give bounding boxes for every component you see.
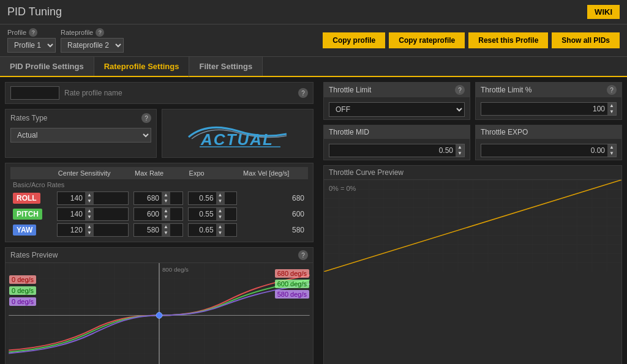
right-panel: Throttle Limit ? OFF SCALE CLIP Throttle… <box>318 77 627 364</box>
profile-info-icon[interactable]: ? <box>29 28 37 37</box>
roll-center-sensitivity-input[interactable]: ▲ ▼ <box>57 191 129 205</box>
throttle-curve-svg <box>324 180 621 272</box>
roll-center-up[interactable]: ▲ <box>85 192 94 198</box>
throttle-limit-percent-help[interactable]: ? <box>607 85 617 95</box>
svg-text:800 deg/s: 800 deg/s <box>162 266 189 273</box>
throttle-expo-down[interactable]: ▼ <box>607 150 616 157</box>
tab-rateprofile-settings[interactable]: Rateprofile Settings <box>94 57 190 77</box>
rates-preview-left-labels: 0 deg/s 0 deg/s 0 deg/s <box>9 275 36 306</box>
pitch-expo-val[interactable] <box>189 209 216 220</box>
yaw-center-input[interactable] <box>58 225 85 236</box>
pitch-expo-up[interactable]: ▲ <box>216 208 225 214</box>
rates-type-row: Rates Type ? Actual Betaflight Racefligh… <box>5 109 314 158</box>
copy-rateprofile-button[interactable]: Copy rateprofile <box>389 32 465 48</box>
roll-center-down[interactable]: ▼ <box>85 198 94 204</box>
pitch-center-sensitivity-input[interactable]: ▲ ▼ <box>57 207 129 221</box>
wiki-button[interactable]: WIKI <box>587 5 620 19</box>
throttle-limit-percent-header: Throttle Limit % ? <box>476 83 621 97</box>
yaw-center-up[interactable]: ▲ <box>85 224 94 230</box>
rateprofile-info-icon[interactable]: ? <box>96 28 104 37</box>
pitch-center-input[interactable] <box>58 209 85 220</box>
throttle-expo-input[interactable]: ▲ ▼ <box>481 144 617 157</box>
rates-preview-title: Rates Preview <box>10 251 58 259</box>
throttle-expo-up[interactable]: ▲ <box>607 144 616 150</box>
toolbar: Profile ? Profile 1 Profile 2 Profile 3 … <box>0 24 627 57</box>
throttle-curve-section: Throttle Curve Preview 0% = 0% <box>323 165 622 364</box>
pitch-center-down[interactable]: ▼ <box>85 214 94 220</box>
pitch-max-rate-input[interactable]: ▲ ▼ <box>133 207 183 221</box>
roll-left-label: 0 deg/s <box>9 275 36 284</box>
tab-filter-settings[interactable]: Filter Settings <box>189 57 263 76</box>
rates-preview-right-labels: 680 deg/s 600 deg/s 580 deg/s <box>275 269 309 299</box>
pitch-center-up[interactable]: ▲ <box>85 208 94 214</box>
reset-profile-button[interactable]: Reset this Profile <box>468 32 548 48</box>
pitch-maxrate-up[interactable]: ▲ <box>162 208 170 214</box>
rates-type-help-icon[interactable]: ? <box>141 113 151 123</box>
roll-maxrate-up[interactable]: ▲ <box>162 192 170 198</box>
rate-profile-help-icon[interactable]: ? <box>298 88 308 98</box>
actual-logo-section: ACTUAL <box>162 109 314 158</box>
roll-expo-up[interactable]: ▲ <box>216 192 225 198</box>
yaw-expo-input[interactable]: ▲ ▼ <box>188 223 238 237</box>
throttle-limit-help[interactable]: ? <box>455 85 465 95</box>
roll-max-vel: 680 <box>239 190 308 206</box>
yaw-expo-down[interactable]: ▼ <box>216 230 225 236</box>
col-header-center: Center Sensitivity <box>54 167 131 179</box>
table-row: PITCH ▲ ▼ <box>10 206 308 222</box>
throttle-limit-percent-val[interactable] <box>481 103 607 114</box>
rates-preview-help-icon[interactable]: ? <box>298 250 308 260</box>
roll-expo-input[interactable]: ▲ ▼ <box>188 191 238 205</box>
throttle-limit-label: Throttle Limit <box>329 86 371 94</box>
main-content: Rate profile name ? Rates Type ? Actual … <box>0 77 627 364</box>
roll-right-label: 680 deg/s <box>275 269 309 278</box>
yaw-maxrate-input[interactable] <box>134 225 162 236</box>
throttle-expo-val[interactable] <box>481 145 607 156</box>
throttle-limit-percent-down[interactable]: ▼ <box>607 109 616 115</box>
rates-type-select[interactable]: Actual Betaflight Raceflight Kiss <box>10 128 151 143</box>
copy-profile-button[interactable]: Copy profile <box>323 32 385 48</box>
roll-maxrate-input[interactable] <box>134 193 162 204</box>
yaw-expo-val[interactable] <box>189 225 216 236</box>
basic-acro-label: Basic/Acro Rates <box>10 179 308 190</box>
throttle-limit-percent-up[interactable]: ▲ <box>607 103 616 109</box>
roll-center-input[interactable] <box>58 193 85 204</box>
rateprofile-group: Rateprofile ? Rateprofile 1 Rateprofile … <box>61 28 124 53</box>
yaw-max-rate-input[interactable]: ▲ ▼ <box>133 223 183 237</box>
yaw-max-vel: 580 <box>239 222 308 238</box>
tab-pid-profile-settings[interactable]: PID Profile Settings <box>0 57 94 76</box>
roll-expo-val[interactable] <box>189 193 216 204</box>
roll-label: ROLL <box>13 193 40 204</box>
pitch-maxrate-input[interactable] <box>134 209 162 220</box>
pitch-expo-down[interactable]: ▼ <box>216 214 225 220</box>
throttle-mid-down[interactable]: ▼ <box>456 150 464 157</box>
yaw-maxrate-up[interactable]: ▲ <box>162 224 170 230</box>
yaw-maxrate-down[interactable]: ▼ <box>162 230 170 236</box>
pitch-maxrate-down[interactable]: ▼ <box>162 214 170 220</box>
throttle-mid-input[interactable]: ▲ ▼ <box>329 144 465 157</box>
throttle-limit-select[interactable]: OFF SCALE CLIP <box>329 102 465 117</box>
pitch-expo-input[interactable]: ▲ ▼ <box>188 207 238 221</box>
rateprofile-select[interactable]: Rateprofile 1 Rateprofile 2 Rateprofile … <box>61 38 124 53</box>
pitch-max-vel: 600 <box>239 206 308 222</box>
yaw-center-down[interactable]: ▼ <box>85 230 94 236</box>
rates-preview-canvas: 800 deg/s 0 deg/s 0 deg/s 0 deg/s 680 de… <box>6 263 313 364</box>
roll-maxrate-down[interactable]: ▼ <box>162 198 170 204</box>
yaw-label: YAW <box>13 225 36 236</box>
col-header-maxrate: Max Rate <box>131 167 186 179</box>
throttle-limit-section: Throttle Limit ? OFF SCALE CLIP <box>323 82 470 120</box>
table-row: ROLL ▲ ▼ <box>10 190 308 206</box>
rates-type-label: Rates Type <box>10 114 47 122</box>
throttle-expo-header: Throttle EXPO <box>476 125 621 139</box>
profile-select[interactable]: Profile 1 Profile 2 Profile 3 <box>7 38 56 53</box>
throttle-mid-up[interactable]: ▲ <box>456 144 464 150</box>
roll-expo-down[interactable]: ▼ <box>216 198 225 204</box>
roll-max-rate-input[interactable]: ▲ ▼ <box>133 191 183 205</box>
yaw-expo-up[interactable]: ▲ <box>216 224 225 230</box>
pitch-left-label: 0 deg/s <box>9 286 36 295</box>
throttle-limit-percent-input[interactable]: ▲ ▼ <box>481 102 617 116</box>
show-all-pids-button[interactable]: Show all PIDs <box>552 32 620 48</box>
throttle-mid-val[interactable] <box>329 145 456 156</box>
rateprofile-label-text: Rateprofile <box>61 29 93 36</box>
yaw-center-sensitivity-input[interactable]: ▲ ▼ <box>57 223 129 237</box>
rate-profile-name-input[interactable] <box>10 86 59 100</box>
